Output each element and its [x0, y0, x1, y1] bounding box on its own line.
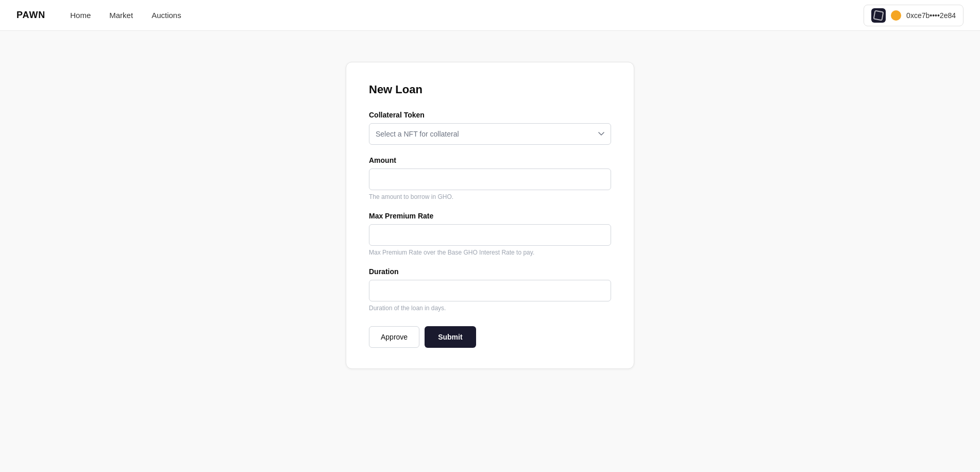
- main-content: New Loan Collateral Token Select a NFT f…: [0, 31, 980, 400]
- max-premium-rate-input[interactable]: [369, 224, 611, 246]
- nav-link-home[interactable]: Home: [70, 11, 91, 20]
- max-premium-rate-hint: Max Premium Rate over the Base GHO Inter…: [369, 249, 611, 256]
- max-premium-rate-label: Max Premium Rate: [369, 212, 611, 220]
- wallet-address: 0xce7b••••2e84: [906, 11, 956, 20]
- amount-label: Amount: [369, 156, 611, 164]
- max-premium-rate-group: Max Premium Rate Max Premium Rate over t…: [369, 212, 611, 256]
- collateral-token-label: Collateral Token: [369, 111, 611, 119]
- duration-label: Duration: [369, 267, 611, 276]
- nav-logo: PAWN: [16, 10, 45, 21]
- form-actions: Approve Submit: [369, 326, 611, 348]
- submit-button[interactable]: Submit: [425, 326, 476, 348]
- wallet-button[interactable]: 0xce7b••••2e84: [864, 5, 964, 26]
- approve-button[interactable]: Approve: [369, 326, 419, 348]
- amount-input[interactable]: [369, 168, 611, 190]
- wallet-dot-icon: [891, 10, 901, 21]
- new-loan-card: New Loan Collateral Token Select a NFT f…: [346, 62, 634, 369]
- duration-input[interactable]: [369, 280, 611, 301]
- nav-links: Home Market Auctions: [70, 11, 864, 20]
- nav-link-auctions[interactable]: Auctions: [151, 11, 181, 20]
- navbar: PAWN Home Market Auctions 0xce7b••••2e84: [0, 0, 980, 31]
- collateral-token-select[interactable]: Select a NFT for collateral: [369, 123, 611, 145]
- duration-hint: Duration of the loan in days.: [369, 305, 611, 312]
- form-title: New Loan: [369, 83, 611, 96]
- duration-group: Duration Duration of the loan in days.: [369, 267, 611, 312]
- amount-group: Amount The amount to borrow in GHO.: [369, 156, 611, 200]
- collateral-token-group: Collateral Token Select a NFT for collat…: [369, 111, 611, 145]
- amount-hint: The amount to borrow in GHO.: [369, 193, 611, 200]
- nav-link-market[interactable]: Market: [109, 11, 133, 20]
- wallet-cube-icon: [871, 8, 886, 23]
